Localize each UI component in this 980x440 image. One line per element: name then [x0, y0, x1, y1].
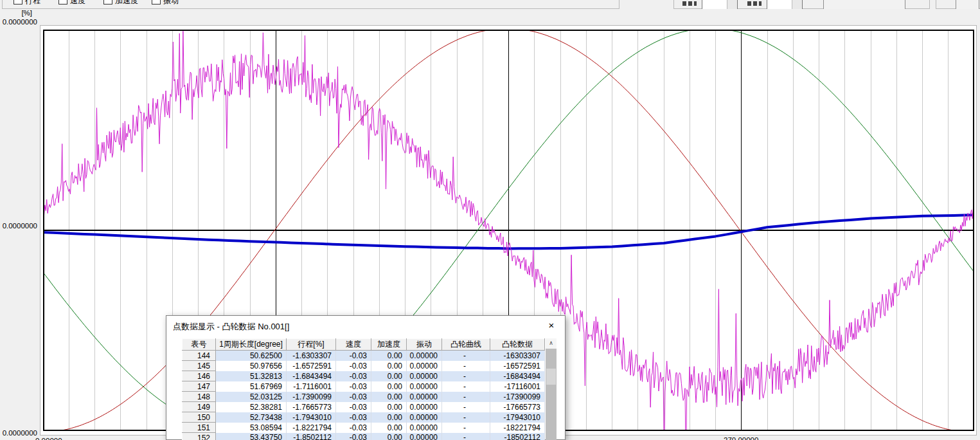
row-header: 148 [183, 392, 216, 402]
cell: -0.03 [336, 392, 371, 402]
cell: 50.62500 [216, 351, 287, 361]
cell: -17390099 [490, 392, 545, 402]
col-header-5[interactable]: 振动 [407, 339, 442, 351]
table-row[interactable]: 14952.38281-1.7665773-0.030.000.00000--1… [183, 402, 545, 412]
point-data-dialog: 点数据显示 - 凸轮数据 No.001[] × 表号1周期长度[degree]行… [166, 315, 566, 440]
cell: 0.00000 [407, 351, 442, 361]
cell: - [442, 351, 490, 361]
spinner-label-sliver [747, 1, 762, 6]
table-row[interactable]: 14852.03125-1.7390099-0.030.000.00000--1… [183, 392, 545, 402]
cell: -1.8221794 [287, 423, 336, 433]
checkbox-vibration[interactable]: 振动 [152, 0, 179, 8]
cell: 53.08594 [216, 423, 287, 433]
cell: - [442, 433, 490, 440]
checkbox-label: 速度 [70, 0, 85, 5]
cell: -17116001 [490, 381, 545, 392]
row-header: 149 [183, 402, 216, 412]
cell: 52.38281 [216, 402, 287, 412]
cell: -0.03 [336, 351, 371, 361]
cell: -0.03 [336, 433, 371, 440]
cell: 0.00000 [407, 433, 442, 440]
scroll-up-icon[interactable]: ∧ [546, 338, 557, 349]
dialog-title[interactable]: 点数据显示 - 凸轮数据 No.001[] [173, 321, 289, 333]
cell: 52.73438 [216, 412, 287, 423]
col-header-7[interactable]: 凸轮数据 [490, 339, 545, 351]
checkbox-icon [58, 0, 67, 5]
cell: -0.03 [336, 402, 371, 412]
cell: -1.8502112 [287, 433, 336, 440]
right-toolbar-button[interactable] [956, 0, 979, 9]
cell: -16303307 [490, 351, 545, 361]
cell: - [442, 412, 490, 423]
cell: -17943010 [490, 412, 545, 423]
cell: -1.6303307 [287, 351, 336, 361]
cell: -18221794 [490, 423, 545, 433]
cell: 0.00 [371, 351, 407, 361]
table-row[interactable]: 14751.67969-1.7116001-0.030.000.00000--1… [183, 381, 545, 392]
cell: -0.03 [336, 361, 371, 371]
cell: - [442, 361, 490, 371]
row-header: 144 [183, 351, 216, 361]
cell: 51.32813 [216, 371, 287, 381]
cell: -16572591 [490, 361, 545, 371]
row-header: 145 [183, 361, 216, 371]
table-scrollbar[interactable]: ∧ [546, 338, 557, 440]
table-row[interactable]: 15052.73438-1.7943010-0.030.000.00000--1… [183, 412, 545, 423]
cell: -1.7390099 [287, 392, 336, 402]
checkbox-velocity[interactable]: 速度 [58, 0, 85, 8]
col-header-3[interactable]: 速度 [336, 339, 371, 351]
scrollbar-thumb[interactable] [546, 369, 556, 385]
curve-toggle-groupbox [2, 0, 619, 9]
close-icon[interactable]: × [544, 318, 558, 333]
col-header-6[interactable]: 凸轮曲线 [442, 339, 490, 351]
cell: 0.00000 [407, 381, 442, 392]
cell: 0.00 [371, 371, 407, 381]
spinner-label-sliver [682, 1, 697, 6]
col-header-0[interactable]: 表号 [183, 339, 216, 351]
cell: -0.03 [336, 412, 371, 423]
cell: -1.7116001 [287, 381, 336, 392]
cell: -17665773 [490, 402, 545, 412]
cell: 0.00 [371, 361, 407, 371]
checkbox-label: 振动 [163, 0, 179, 5]
y-axis-label-bottom: 0.0000000 [0, 429, 37, 437]
table-row[interactable]: 15253.43750-1.8502112-0.030.000.00000--1… [183, 433, 545, 440]
cell: - [442, 423, 490, 433]
cell: -0.03 [336, 371, 371, 381]
row-header: 146 [183, 371, 216, 381]
spinner-arrows-icon[interactable] [792, 0, 802, 9]
wide-toolbar-button[interactable] [823, 0, 905, 9]
top-toolbar: 行程 速度 加速度 振动 [0, 0, 980, 9]
cell: 0.00000 [407, 371, 442, 381]
cell: - [442, 371, 490, 381]
checkbox-icon [13, 0, 22, 5]
cell: -0.03 [336, 423, 371, 433]
cell: 0.00000 [407, 361, 442, 371]
cell: - [442, 392, 490, 402]
table-row[interactable]: 14651.32813-1.6843494-0.030.000.00000--1… [183, 371, 545, 381]
row-header: 152 [183, 433, 216, 440]
col-header-1[interactable]: 1周期长度[degree] [216, 339, 287, 351]
checkbox-stroke[interactable]: 行程 [13, 0, 40, 8]
point-data-table: 表号1周期长度[degree]行程[%]速度加速度振动凸轮曲线凸轮数据 1445… [182, 338, 545, 440]
scale-spinner-2[interactable] [767, 0, 803, 9]
cell: -18502112 [490, 433, 545, 440]
checkbox-acceleration[interactable]: 加速度 [103, 0, 138, 8]
col-header-2[interactable]: 行程[%] [287, 339, 336, 351]
table-row[interactable]: 15153.08594-1.8221794-0.030.000.00000--1… [183, 423, 545, 433]
col-header-4[interactable]: 加速度 [371, 339, 407, 351]
scale-spinner-1[interactable] [702, 0, 738, 9]
cell: 0.00000 [407, 423, 442, 433]
cell: -1.6572591 [287, 361, 336, 371]
spinner-arrows-icon[interactable] [727, 0, 737, 9]
checkbox-icon [152, 0, 161, 5]
cell: 0.00 [371, 392, 407, 402]
y-axis-label-top: 0.0000000 [0, 18, 37, 26]
cell: 0.00000 [407, 402, 442, 412]
checkbox-label: 加速度 [115, 0, 138, 5]
table-row[interactable]: 14550.97656-1.6572591-0.030.000.00000--1… [183, 361, 545, 371]
cell: -1.7943010 [287, 412, 336, 423]
x-axis-label-0: 0.00000 [35, 437, 62, 440]
app-window: { "toolbar": { "checkboxes": [ {"label":… [0, 0, 980, 440]
table-row[interactable]: 14450.62500-1.6303307-0.030.000.00000--1… [183, 351, 545, 361]
